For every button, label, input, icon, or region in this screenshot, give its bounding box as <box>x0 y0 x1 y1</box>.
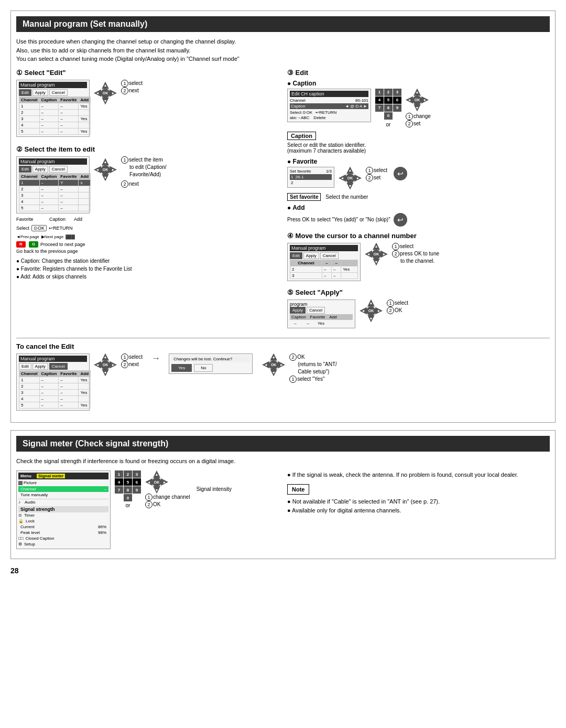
circle-1f: 1 <box>387 299 394 307</box>
circle-2h: 2 <box>289 354 297 361</box>
step3-caption-controls: 1 2 3 4 5 6 7 8 9 <box>375 89 401 127</box>
dpad2-down: ▼ <box>102 174 109 181</box>
g-button: G <box>29 241 38 248</box>
circle-2b: 2 <box>121 180 128 188</box>
sig-num-9: 9 <box>133 486 141 494</box>
cancel-annotations1: 1select 2next <box>121 354 143 368</box>
step3-caption-dpad-area: ▲ ▼ ◄ ► OK 1change 2set <box>406 89 431 127</box>
note-label: Note <box>287 484 309 495</box>
sig-num-6: 6 <box>133 478 141 486</box>
manual-program-title: Manual program (Set manually) <box>16 16 550 32</box>
circle-1c: 1 <box>406 113 413 120</box>
num-4: 4 <box>375 97 384 104</box>
signal-left: Menu Signal meter Picture Channel– <box>16 470 279 553</box>
dpad5-left: ◄ <box>365 251 372 258</box>
note-bullets: ● Not available if "Cable" is selected i… <box>287 497 550 516</box>
step2-section: ② Select the item to edit Manual program… <box>16 145 279 281</box>
circle-1i: 1 <box>145 494 153 501</box>
step5-screen: program Apply Cancel Caption Favorite Ad… <box>287 299 355 328</box>
dpad7-up: ▲ <box>102 354 109 361</box>
step3-add-bullet: Add <box>287 204 550 211</box>
step1-annotations: 1select 2next <box>121 80 143 94</box>
dpad8-center: OK <box>269 360 278 370</box>
step3-fav-dpad: ▲ ▼ ◄ ► OK <box>339 167 362 190</box>
sig-num-3: 3 <box>133 470 141 478</box>
step2-bullets: ● Caption: Changes the station identifie… <box>16 257 279 281</box>
num-2: 2 <box>384 89 393 96</box>
step4-content: Manual program Edit Apply Cancel Channel… <box>287 243 550 283</box>
step1-dpad: ▲ ▼ ◄ ► OK <box>94 82 117 105</box>
step1-title: ① Select "Edit" <box>16 69 279 77</box>
step5-content: program Apply Cancel Caption Favorite Ad… <box>287 299 550 328</box>
dpad6-right: ► <box>375 307 383 315</box>
dpad9-down: ▼ <box>153 486 160 494</box>
dpad3-center: OK <box>412 95 422 105</box>
circle-2: 2 <box>121 87 128 94</box>
manual-program-intro: Use this procedure when changing the cha… <box>16 37 550 63</box>
cancel-screen2: Changes will be lost. Continue? Yes No <box>169 354 253 374</box>
circle-1b: 1 <box>121 156 128 164</box>
dpad7-right: ► <box>110 361 117 369</box>
cancel-content: Manual program Edit Apply Cancel Channel… <box>16 354 550 413</box>
dpad9-right: ► <box>161 478 168 486</box>
signal-annotations: 1change channel 2OK <box>145 494 190 508</box>
or-text-signal: or <box>126 502 130 508</box>
dpad4-left: ◄ <box>339 175 346 182</box>
dpad6-center: OK <box>366 306 376 316</box>
step3-favorite-bullet: Favorite <box>287 158 550 165</box>
sig-num-4: 4 <box>115 478 123 486</box>
channel-highlighted: Channel– <box>18 486 108 492</box>
step3-favorite-row: Set favorite1/3 126-1 2 ▲ <box>287 167 550 190</box>
circle-2e: 2 <box>392 250 399 258</box>
dpad5-up: ▲ <box>373 243 380 250</box>
cancel-section: To cancel the Edit Manual program Edit A… <box>16 338 550 413</box>
caption-boxed-label: Caption <box>287 132 316 140</box>
signal-meter-title: Signal meter (Check signal strength) <box>16 436 550 452</box>
manual-program-section: Manual program (Set manually) Use this p… <box>10 10 556 423</box>
circle-1h: 1 <box>289 376 297 383</box>
peak-row: Peak level98% <box>18 530 108 536</box>
step5-section: ⑤ Select "Apply" program Apply Cancel Ca <box>287 288 550 328</box>
dpad4-right: ► <box>354 175 362 182</box>
timer-row: ⊙Timer <box>18 512 108 518</box>
num-5: 5 <box>384 97 393 104</box>
set-favorite-screen: Set favorite1/3 126-1 2 <box>287 167 334 188</box>
sig-num-2: 2 <box>124 470 132 478</box>
step1-screen: Manual program Edit Apply Cancel Channel… <box>16 80 90 139</box>
step4-screen: Manual program Edit Apply Cancel Channel… <box>287 243 361 283</box>
step2-page-controls: ◄Prev.page ▶Next page ▓▓▓ <box>16 234 279 239</box>
circle-2d: 2 <box>366 174 373 181</box>
num-grid-caption: 1 2 3 4 5 6 7 8 9 <box>375 89 401 120</box>
dpad8-right: ► <box>278 361 285 369</box>
step3-add-desc: Press OK to select "Yes (add)" or "No (s… <box>287 217 390 222</box>
step1-content: Manual program Edit Apply Cancel Channel… <box>16 80 279 139</box>
cancel-dpad2: ▲ ▼ ◄ ► OK <box>262 354 285 377</box>
step2-content: Manual program Edit Apply Cancel Channel… <box>16 156 279 216</box>
tune-manually-row: Tune manually <box>18 492 108 498</box>
step3-dpad: ▲ ▼ ◄ ► OK <box>406 89 429 112</box>
return-btn-add: ↩ <box>394 213 407 227</box>
manual-program-columns: ① Select "Edit" Manual program Edit Appl… <box>16 69 550 333</box>
num-3: 3 <box>393 89 401 96</box>
caption-desc-text: Select or edit the station identifier.(m… <box>287 142 550 154</box>
num-1: 1 <box>375 89 384 96</box>
dpad8-up: ▲ <box>270 354 277 361</box>
dpad4-center: OK <box>345 174 355 183</box>
note-section: Note ● Not available if "Cable" is selec… <box>287 484 550 516</box>
num-7: 7 <box>375 104 384 112</box>
dpad9-center: OK <box>152 477 161 487</box>
step5-annotations: 1select 2OK <box>387 299 408 314</box>
dpad3-up: ▲ <box>413 89 421 96</box>
step4-section: ④ Move the cursor to a channel number Ma… <box>287 232 550 283</box>
step3-favorite-section: Favorite Set favorite1/3 126-1 <box>287 158 550 200</box>
dpad5-center: OK <box>372 250 381 259</box>
step4-title: ④ Move the cursor to a channel number <box>287 232 550 240</box>
dpad-down: ▼ <box>102 98 109 105</box>
goback-text: Go back to the previous page <box>16 249 279 254</box>
circle-1g: 1 <box>121 354 128 361</box>
dpad-left: ◄ <box>94 90 101 97</box>
signal-meter-label: Signal meter <box>37 474 65 478</box>
signal-num-grid: 1 2 3 4 5 6 7 8 9 0 <box>115 470 141 501</box>
step4-annotations: 1select 2press OK to tune to the channel… <box>392 243 439 265</box>
channel-row: Picture <box>18 480 108 485</box>
